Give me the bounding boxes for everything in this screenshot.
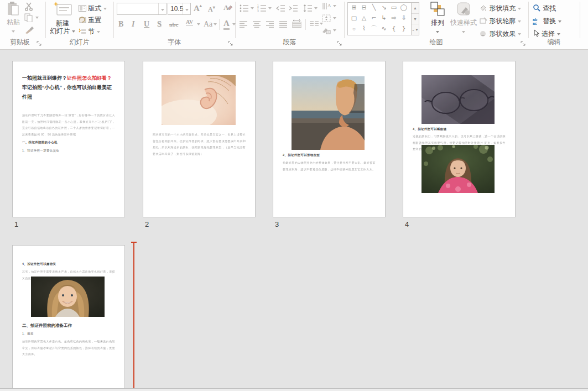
bullets-button[interactable]: [240, 4, 249, 14]
decrease-indent-button[interactable]: [276, 4, 285, 14]
convert-smartart-button[interactable]: [322, 27, 331, 37]
justify-icon: [279, 20, 288, 30]
shape-rounded-rect-icon[interactable]: ▢: [349, 13, 359, 23]
drawing-dialog-launcher-icon[interactable]: [521, 41, 526, 46]
shape-effects-dropdown-arrow: [518, 33, 521, 35]
shape-left-brace-icon[interactable]: {: [389, 24, 399, 34]
find-magnifier-icon: [533, 4, 541, 12]
shape-curve-icon[interactable]: ∿: [379, 24, 389, 34]
arrange-button[interactable]: 排列: [426, 2, 449, 37]
shape-rectangle-icon[interactable]: ▭: [389, 3, 399, 13]
numbering-button[interactable]: 123: [257, 4, 267, 14]
shape-elbow-arrow-icon[interactable]: ↳: [379, 13, 389, 23]
paste-button[interactable]: 粘贴: [3, 2, 23, 37]
font-name-combobox[interactable]: [117, 3, 166, 15]
slide4-heading: 3、拍证件照可以戴眼镜: [413, 127, 507, 131]
svg-text:3: 3: [257, 9, 259, 12]
replace-button[interactable]: abac 替换: [533, 17, 561, 26]
columns-dropdown-arrow[interactable]: [320, 23, 323, 25]
new-slide-button[interactable]: 新建 幻灯片: [49, 2, 76, 37]
quick-styles-dropdown-arrow: [462, 31, 465, 33]
align-text-button[interactable]: [322, 14, 331, 24]
shape-gallery-scrollbar: ▲ ▼ ⌄▼: [411, 2, 419, 35]
shape-arrow-line-icon[interactable]: ↘: [379, 3, 389, 13]
numbering-dropdown-arrow[interactable]: [268, 7, 272, 9]
text-direction-dropdown-arrow[interactable]: [333, 5, 336, 7]
line-spacing-button[interactable]: [303, 4, 313, 14]
quick-styles-button[interactable]: 快速样式: [449, 2, 478, 37]
distribute-button[interactable]: [292, 19, 301, 30]
character-spacing-dropdown-arrow[interactable]: [197, 23, 200, 25]
align-center-button[interactable]: [253, 20, 261, 30]
shape-vertical-textbox-icon[interactable]: ⊟: [359, 3, 369, 13]
gallery-scroll-down-icon[interactable]: ▼: [412, 13, 419, 24]
justify-button[interactable]: [279, 20, 288, 30]
increase-indent-button[interactable]: [289, 4, 298, 14]
shape-fill-button[interactable]: 形状填充: [479, 4, 521, 13]
shape-right-arrow-icon[interactable]: ⇨: [389, 13, 399, 23]
line-spacing-dropdown-arrow[interactable]: [314, 7, 318, 9]
layout-button[interactable]: 版式: [79, 4, 107, 13]
shape-triangle-icon[interactable]: △: [359, 13, 369, 23]
align-right-button[interactable]: [266, 20, 274, 30]
find-button[interactable]: 查找: [533, 4, 556, 13]
shape-outline-dropdown-arrow: [518, 20, 521, 23]
gallery-scroll-up-icon[interactable]: ▲: [412, 3, 419, 13]
slide-thumbnail-4[interactable]: 3、拍证件照可以戴眼镜 近视的朋友们，习惯戴眼镜示人的，也可以戴上眼镜，选一个合…: [403, 61, 516, 217]
font-dialog-launcher-icon[interactable]: [228, 41, 233, 46]
cut-button[interactable]: [24, 2, 34, 13]
clear-formatting-button[interactable]: A: [223, 3, 232, 14]
shape-elbow-connector-icon[interactable]: ⌐: [369, 13, 379, 23]
paragraph-dialog-launcher-icon[interactable]: [337, 41, 342, 46]
align-left-button[interactable]: [240, 20, 248, 30]
clipboard-dialog-launcher-icon[interactable]: [37, 41, 42, 46]
grow-font-button[interactable]: A▴: [194, 3, 202, 13]
columns-button[interactable]: [310, 20, 319, 30]
text-direction-button[interactable]: A: [322, 2, 331, 12]
shape-scribble-icon[interactable]: ⌇: [359, 24, 369, 34]
font-color-dropdown-arrow[interactable]: [232, 23, 236, 25]
shape-line-icon[interactable]: ╲: [369, 3, 379, 13]
font-size-dropdown[interactable]: [183, 3, 190, 14]
slide-thumbnail-1[interactable]: 一拍照就丑到爆炸？证件照怎么拍好看？牢记拍照“小心机”，你也可以拍出最美证件照 …: [12, 61, 125, 217]
slide-thumbnail-2[interactable]: 图片里宝宝的一个小小的耳廓形成，耳朵也是五官之一，世界上没有长得完全相同的耳朵，…: [143, 61, 256, 217]
shape-arc-icon[interactable]: ⌒: [369, 24, 379, 34]
italic-button[interactable]: I: [132, 20, 134, 29]
font-size-combobox[interactable]: 10.5: [168, 3, 191, 15]
copy-button[interactable]: [24, 13, 33, 24]
font-color-button[interactable]: A: [223, 19, 230, 30]
section-button[interactable]: 节: [79, 27, 100, 37]
replace-label: 替换: [543, 17, 556, 25]
slide5-section-heading: 二、拍证件照前的准备工作: [22, 323, 119, 329]
change-case-button[interactable]: Aa: [204, 20, 212, 29]
bold-button[interactable]: B: [118, 20, 123, 29]
reset-button[interactable]: 重置: [79, 15, 101, 25]
shape-outline-button[interactable]: 形状轮廓: [479, 17, 521, 26]
gallery-more-icon[interactable]: ⌄▼: [412, 24, 419, 35]
shape-right-brace-icon[interactable]: }: [399, 24, 409, 34]
shrink-font-button[interactable]: A▾: [208, 5, 215, 14]
font-name-dropdown[interactable]: [158, 3, 166, 14]
section-dropdown-arrow: [97, 31, 100, 33]
layout-label: 版式: [88, 4, 101, 12]
select-cursor-icon: [533, 30, 540, 38]
shape-textbox-icon[interactable]: ⊞: [349, 3, 359, 13]
bullets-dropdown-arrow[interactable]: [251, 7, 254, 9]
convert-smartart-dropdown-arrow[interactable]: [333, 29, 336, 32]
text-shadow-button[interactable]: S: [157, 20, 162, 29]
format-painter-button[interactable]: [24, 25, 34, 37]
slide-thumbnail-3[interactable]: 2、拍证件照可以整理发型 拍最好看的人物照片为主的整体效果，要注意头发不要太乱，…: [273, 61, 386, 217]
shape-oval-icon[interactable]: ◯: [399, 3, 409, 13]
copy-dropdown-arrow[interactable]: [35, 17, 39, 19]
character-spacing-button[interactable]: AV: [186, 19, 193, 25]
change-case-dropdown-arrow[interactable]: [214, 23, 217, 25]
section-label: 节: [88, 28, 95, 35]
shape-down-arrow-icon[interactable]: ⇩: [399, 13, 409, 23]
strikethrough-button[interactable]: abc: [169, 21, 179, 28]
section-icon: [79, 28, 86, 35]
underline-button[interactable]: U: [144, 20, 149, 29]
slide-thumbnail-5[interactable]: 4、拍证件照可以露齿笑 其实，拍证件照不需要表情太严肃，自然大方露齿微笑也很好看…: [12, 245, 125, 389]
align-text-dropdown-arrow[interactable]: [333, 17, 336, 19]
shape-outline-label: 形状轮廓: [489, 17, 516, 25]
shape-freeform-icon[interactable]: ⌔: [349, 24, 359, 34]
